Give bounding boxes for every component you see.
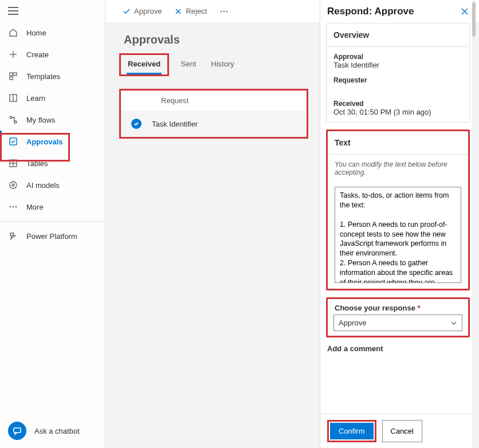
received-label: Received — [333, 100, 462, 108]
hamburger-icon — [8, 7, 18, 15]
list-row[interactable]: Task Identifier — [121, 111, 307, 137]
sidebar-item-aimodels[interactable]: AI models — [0, 174, 105, 196]
reject-button[interactable]: Reject — [171, 5, 210, 18]
text-card: Text You can modify the text below befor… — [328, 131, 468, 289]
svg-rect-5 — [10, 73, 13, 76]
scrollbar-track[interactable] — [472, 0, 476, 448]
panel-footer: Confirm Cancel — [320, 414, 476, 448]
sidebar-item-myflows[interactable]: My flows — [0, 109, 105, 131]
confirm-button[interactable]: Confirm — [330, 423, 374, 439]
sidebar-item-label: Learn — [26, 94, 45, 103]
response-value: Approve — [339, 319, 366, 327]
approvals-icon — [8, 136, 18, 147]
x-icon — [174, 7, 182, 15]
panel-body: Overview Approval Task Identifier Reques… — [320, 23, 476, 414]
svg-point-16 — [10, 182, 17, 188]
received-value: Oct 30, 01:50 PM (3 min ago) — [333, 108, 462, 116]
sidebar-item-label: AI models — [26, 181, 60, 190]
approve-button[interactable]: Approve — [119, 5, 165, 18]
response-label: Choose your response * — [333, 304, 462, 312]
requester-label: Requester — [333, 76, 462, 84]
tab-received[interactable]: Received — [127, 55, 162, 74]
sidebar-item-templates[interactable]: Templates — [0, 65, 105, 87]
svg-point-26 — [226, 10, 227, 11]
sidebar-item-label: Tables — [26, 159, 48, 168]
power-icon — [8, 231, 18, 241]
requester-value — [333, 84, 462, 93]
check-icon — [123, 7, 131, 15]
flow-icon — [8, 115, 18, 125]
book-icon — [8, 93, 18, 103]
approval-label: Approval — [333, 53, 462, 61]
sidebar-item-label: Templates — [26, 72, 60, 81]
overview-title: Overview — [327, 23, 469, 47]
tab-sent[interactable]: Sent — [180, 55, 198, 73]
list-header-request: Request — [121, 91, 307, 111]
highlight-box: Request Task Identifier — [119, 89, 308, 139]
close-icon[interactable] — [461, 7, 469, 15]
text-input[interactable] — [335, 187, 461, 283]
panel-title: Respond: Approve — [327, 6, 414, 17]
row-title: Task Identifier — [152, 120, 198, 128]
sidebar-item-label: Home — [26, 29, 46, 37]
highlight-box: Received — [119, 53, 169, 76]
highlight-box: Confirm — [327, 420, 376, 442]
overview-card: Overview Approval Task Identifier Reques… — [326, 23, 470, 123]
overflow-button[interactable] — [216, 5, 232, 18]
grid-icon — [8, 158, 18, 168]
svg-point-19 — [13, 206, 14, 208]
comment-label: Add a comment — [326, 344, 470, 353]
ai-icon — [8, 180, 18, 190]
highlight-box: Text You can modify the text below befor… — [326, 129, 470, 290]
reject-label: Reject — [186, 7, 207, 15]
sidebar-item-label: More — [26, 203, 44, 211]
sidebar-item-approvals[interactable]: Approvals — [0, 131, 105, 152]
nav-list: Home Create Templates Learn My flows App… — [0, 22, 105, 414]
respond-panel: Respond: Approve Overview Approval Task … — [320, 0, 476, 448]
scrollbar-thumb[interactable] — [472, 2, 476, 37]
sidebar-item-label: Power Platform — [26, 232, 77, 241]
cancel-button[interactable]: Cancel — [382, 420, 422, 442]
svg-point-20 — [15, 206, 17, 208]
tab-history[interactable]: History — [210, 55, 235, 73]
sidebar-item-more[interactable]: More — [0, 196, 105, 218]
svg-rect-7 — [10, 77, 13, 80]
text-title: Text — [328, 131, 468, 155]
chatbot-label: Ask a chatbot — [34, 427, 80, 435]
hamburger-button[interactable] — [0, 0, 105, 22]
svg-point-10 — [10, 116, 12, 119]
sidebar-item-tables[interactable]: Tables — [0, 152, 105, 174]
chevron-down-icon — [450, 320, 457, 327]
approve-label: Approve — [134, 7, 162, 15]
approval-value: Task Identifier — [333, 61, 462, 69]
divider — [0, 221, 105, 222]
sidebar: Home Create Templates Learn My flows App… — [0, 0, 105, 448]
svg-point-17 — [12, 184, 14, 186]
response-select[interactable]: Approve — [333, 315, 462, 331]
highlight-box: Choose your response * Approve — [326, 297, 470, 337]
sidebar-item-powerplatform[interactable]: Power Platform — [0, 225, 105, 247]
sidebar-item-label: My flows — [26, 116, 56, 124]
chatbot-button[interactable]: Ask a chatbot — [0, 414, 105, 448]
home-icon — [8, 27, 18, 38]
templates-icon — [8, 71, 18, 81]
status-check-icon — [131, 119, 142, 129]
sidebar-item-learn[interactable]: Learn — [0, 87, 105, 109]
panel-header: Respond: Approve — [320, 0, 476, 23]
ellipsis-icon — [219, 7, 229, 16]
sidebar-item-label: Create — [26, 50, 49, 59]
chatbot-icon — [8, 422, 26, 440]
sidebar-item-label: Approvals — [26, 137, 63, 146]
more-icon — [8, 202, 18, 212]
sidebar-item-home[interactable]: Home — [0, 22, 105, 44]
svg-point-24 — [221, 10, 222, 11]
svg-point-25 — [223, 10, 225, 11]
svg-rect-21 — [14, 428, 21, 433]
svg-point-18 — [10, 206, 11, 208]
plus-icon — [8, 49, 18, 60]
tabs: Received — [124, 55, 162, 74]
sidebar-item-create[interactable]: Create — [0, 44, 105, 65]
text-hint: You can modify the text below before acc… — [335, 160, 461, 176]
svg-rect-6 — [14, 73, 17, 76]
